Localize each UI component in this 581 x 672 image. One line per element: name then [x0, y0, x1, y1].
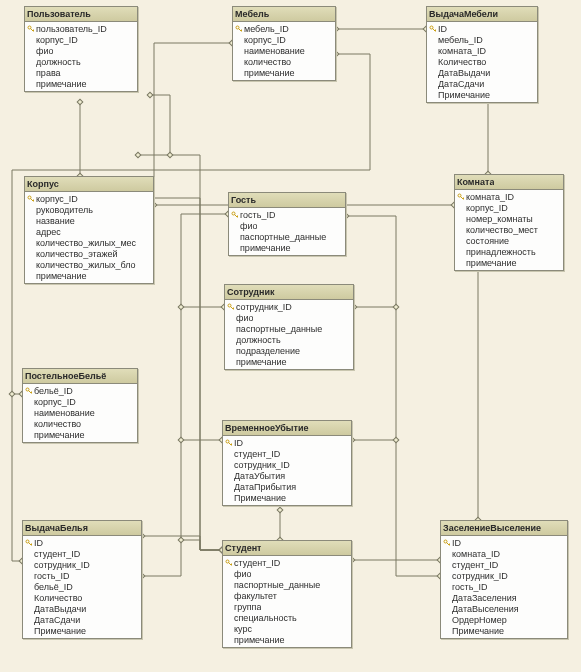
entity-field[interactable]: права [25, 67, 137, 78]
entity-header[interactable]: ВременноеУбытие [223, 421, 351, 436]
entity-field[interactable]: студент_ID [23, 548, 141, 559]
entity-table[interactable]: Студентстудент_IDфиопаспортные_данныефак… [222, 540, 352, 648]
entity-field[interactable]: комната_ID [427, 45, 537, 56]
entity-field[interactable]: Примечание [441, 625, 567, 636]
entity-field[interactable]: Примечание [427, 89, 537, 100]
entity-field[interactable]: курс [223, 623, 351, 634]
entity-field[interactable]: ID [441, 537, 567, 548]
entity-field[interactable]: мебель_ID [427, 34, 537, 45]
entity-field[interactable]: мебель_ID [233, 23, 335, 34]
entity-field[interactable]: комната_ID [455, 191, 563, 202]
entity-field[interactable]: паспортные_данные [225, 323, 353, 334]
entity-field[interactable]: примечание [25, 78, 137, 89]
entity-table[interactable]: Корпускорпус_IDруководительназваниеадрес… [24, 176, 154, 284]
entity-table[interactable]: Мебельмебель_IDкорпус_IDнаименованиеколи… [232, 6, 336, 81]
entity-field[interactable]: примечание [225, 356, 353, 367]
entity-field[interactable]: студент_ID [223, 448, 351, 459]
entity-field[interactable]: примечание [233, 67, 335, 78]
entity-field[interactable]: паспортные_данные [223, 579, 351, 590]
entity-field[interactable]: название [25, 215, 153, 226]
entity-header[interactable]: ПостельноеБельё [23, 369, 137, 384]
entity-table[interactable]: ПостельноеБельёбельё_IDкорпус_IDнаименов… [22, 368, 138, 443]
entity-field[interactable]: фио [25, 45, 137, 56]
entity-field[interactable]: бельё_ID [23, 581, 141, 592]
entity-header[interactable]: Студент [223, 541, 351, 556]
entity-field[interactable]: принадлежность [455, 246, 563, 257]
entity-field[interactable]: примечание [23, 429, 137, 440]
entity-header[interactable]: ВыдачаМебели [427, 7, 537, 22]
entity-field[interactable]: примечание [25, 270, 153, 281]
entity-header[interactable]: ВыдачаБелья [23, 521, 141, 536]
entity-field[interactable]: корпус_ID [233, 34, 335, 45]
entity-field[interactable]: количество [233, 56, 335, 67]
entity-field[interactable]: корпус_ID [25, 193, 153, 204]
entity-field[interactable]: должность [225, 334, 353, 345]
entity-header[interactable]: Сотрудник [225, 285, 353, 300]
entity-field[interactable]: примечание [455, 257, 563, 268]
entity-field[interactable]: бельё_ID [23, 385, 137, 396]
entity-field[interactable]: ДатаВыдачи [23, 603, 141, 614]
entity-field[interactable]: руководитель [25, 204, 153, 215]
entity-field[interactable]: комната_ID [441, 548, 567, 559]
entity-table[interactable]: Гостьгость_IDфиопаспортные_данныепримеча… [228, 192, 346, 256]
entity-field[interactable]: ДатаЗаселения [441, 592, 567, 603]
entity-field[interactable]: Количество [427, 56, 537, 67]
entity-field[interactable]: корпус_ID [455, 202, 563, 213]
entity-table[interactable]: ВыдачаБельяIDстудент_IDсотрудник_IDгость… [22, 520, 142, 639]
entity-field[interactable]: Примечание [223, 492, 351, 503]
entity-table[interactable]: Сотрудниксотрудник_IDфиопаспортные_данны… [224, 284, 354, 370]
entity-field[interactable]: факультет [223, 590, 351, 601]
entity-field[interactable]: количество_жилых_мес [25, 237, 153, 248]
entity-field[interactable]: ДатаСдачи [23, 614, 141, 625]
entity-field[interactable]: сотрудник_ID [23, 559, 141, 570]
entity-table[interactable]: Комнатакомната_IDкорпус_IDномер_комнатык… [454, 174, 564, 271]
entity-field[interactable]: сотрудник_ID [225, 301, 353, 312]
entity-header[interactable]: Корпус [25, 177, 153, 192]
entity-field[interactable]: студент_ID [441, 559, 567, 570]
entity-field[interactable]: фио [225, 312, 353, 323]
entity-field[interactable]: ДатаСдачи [427, 78, 537, 89]
entity-field[interactable]: примечание [223, 634, 351, 645]
entity-field[interactable]: состояние [455, 235, 563, 246]
entity-field[interactable]: количество_мест [455, 224, 563, 235]
entity-header[interactable]: Пользователь [25, 7, 137, 22]
entity-header[interactable]: Комната [455, 175, 563, 190]
entity-field[interactable]: количество_этажей [25, 248, 153, 259]
entity-field[interactable]: ДатаВыдачи [427, 67, 537, 78]
entity-table[interactable]: Пользовательпользователь_IDкорпус_IDфиод… [24, 6, 138, 92]
entity-field[interactable]: сотрудник_ID [441, 570, 567, 581]
entity-field[interactable]: номер_комнаты [455, 213, 563, 224]
entity-field[interactable]: сотрудник_ID [223, 459, 351, 470]
entity-field[interactable]: ID [23, 537, 141, 548]
entity-field[interactable]: наименование [233, 45, 335, 56]
entity-table[interactable]: ВыдачаМебелиIDмебель_IDкомната_IDКоличес… [426, 6, 538, 103]
entity-table[interactable]: ВременноеУбытиеIDстудент_IDсотрудник_IDД… [222, 420, 352, 506]
entity-field[interactable]: количество_жилых_бло [25, 259, 153, 270]
entity-header[interactable]: ЗаселениеВыселение [441, 521, 567, 536]
entity-field[interactable]: фио [229, 220, 345, 231]
entity-field[interactable]: группа [223, 601, 351, 612]
entity-field[interactable]: гость_ID [229, 209, 345, 220]
entity-field[interactable]: адрес [25, 226, 153, 237]
entity-field[interactable]: пользователь_ID [25, 23, 137, 34]
entity-table[interactable]: ЗаселениеВыселениеIDкомната_IDстудент_ID… [440, 520, 568, 639]
entity-field[interactable]: должность [25, 56, 137, 67]
entity-field[interactable]: ID [223, 437, 351, 448]
entity-field[interactable]: наименование [23, 407, 137, 418]
entity-field[interactable]: гость_ID [23, 570, 141, 581]
entity-field[interactable]: количество [23, 418, 137, 429]
entity-field[interactable]: паспортные_данные [229, 231, 345, 242]
entity-field[interactable]: ДатаПрибытия [223, 481, 351, 492]
entity-field[interactable]: ДатаУбытия [223, 470, 351, 481]
entity-field[interactable]: Примечание [23, 625, 141, 636]
entity-field[interactable]: корпус_ID [25, 34, 137, 45]
entity-field[interactable]: гость_ID [441, 581, 567, 592]
entity-header[interactable]: Мебель [233, 7, 335, 22]
entity-field[interactable]: подразделение [225, 345, 353, 356]
entity-field[interactable]: студент_ID [223, 557, 351, 568]
entity-field[interactable]: специальность [223, 612, 351, 623]
entity-field[interactable]: Количество [23, 592, 141, 603]
entity-header[interactable]: Гость [229, 193, 345, 208]
entity-field[interactable]: ID [427, 23, 537, 34]
entity-field[interactable]: ОрдерНомер [441, 614, 567, 625]
